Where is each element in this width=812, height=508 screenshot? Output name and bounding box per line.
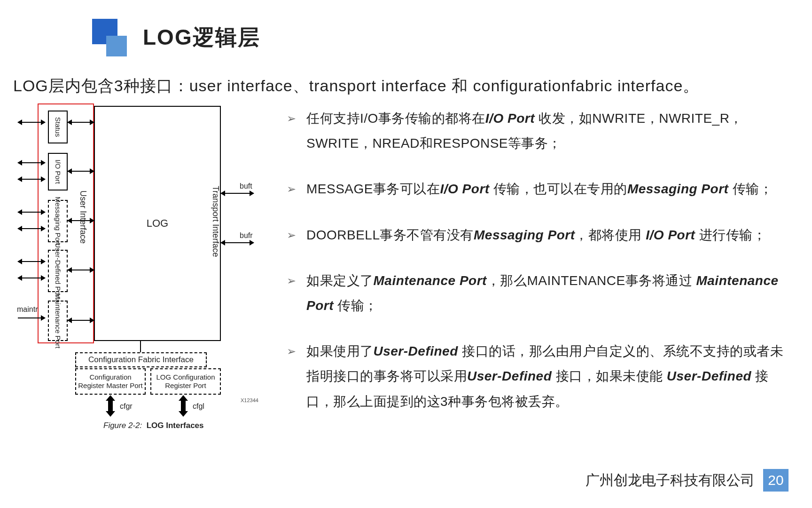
- log-block-label: LOG: [147, 217, 168, 230]
- user-defined-port: User-Defined Port: [48, 250, 68, 292]
- bufr-label: bufr: [240, 231, 253, 240]
- maintenance-port: Maintenance Port: [48, 301, 68, 341]
- transport-interface-label: Transport Interface: [211, 186, 220, 257]
- status-port: Status: [48, 111, 68, 143]
- arrow-icon: [18, 318, 45, 318]
- arrow-icon: [68, 171, 94, 172]
- figure-caption: Figure 2-2: LOG Interfaces: [103, 421, 204, 430]
- maintr-label: maintr: [17, 305, 38, 314]
- cfgr-label: cfgr: [120, 402, 133, 411]
- log-interfaces-diagram: LOG User Interface Transport Interface S…: [14, 106, 258, 402]
- footer: 广州创龙电子科技有限公司 20: [586, 469, 789, 492]
- arrow-icon: [68, 270, 94, 270]
- arrow-icon: [179, 395, 188, 417]
- page-number-badge: 20: [763, 469, 789, 492]
- list-item: 任何支持I/O事务传输的都将在I/O Port 收发，如NWRITE，NWRIT…: [287, 106, 794, 156]
- config-fabric-label: Configuration Fabric Interface: [75, 352, 207, 367]
- arrow-icon: [106, 395, 115, 417]
- log-block: LOG: [94, 106, 221, 341]
- arrow-icon: [221, 242, 254, 243]
- cfgl-label: cfgl: [193, 402, 204, 411]
- arrow-icon: [18, 278, 45, 278]
- io-port: I/O Port: [48, 153, 68, 190]
- arrow-icon: [18, 261, 45, 262]
- logo-icon: [89, 19, 129, 56]
- arrow-icon: [18, 212, 45, 213]
- xref-label: X12344: [241, 397, 258, 403]
- list-item: 如果使用了User-Defined 接口的话，那么由用户自定义的、系统不支持的或…: [287, 339, 794, 414]
- log-config-port: LOG Configuration Register Port: [150, 368, 221, 395]
- arrow-icon: [68, 122, 94, 123]
- header: LOG逻辑层: [89, 19, 260, 56]
- page-title: LOG逻辑层: [143, 23, 260, 52]
- arrow-icon: [221, 193, 254, 194]
- intro-text: LOG层内包含3种接口：user interface、transport int…: [13, 75, 699, 97]
- list-item: 如果定义了Maintenance Port，那么MAINTENANCE事务将通过…: [287, 268, 794, 318]
- arrow-icon: [68, 320, 94, 321]
- arrow-icon: [18, 122, 45, 123]
- messaging-port: Messaging Port: [48, 200, 68, 242]
- user-interface-label: User Interface: [78, 190, 88, 244]
- connector: [140, 341, 141, 352]
- arrow-icon: [18, 162, 45, 163]
- list-item: DOORBELL事务不管有没有Messaging Port，都将使用 I/O P…: [287, 222, 794, 247]
- buft-label: buft: [240, 182, 252, 190]
- company-name: 广州创龙电子科技有限公司: [586, 471, 755, 490]
- arrow-icon: [18, 228, 45, 229]
- arrow-icon: [18, 179, 45, 180]
- list-item: MESSAGE事务可以在I/O Port 传输，也可以在专用的Messaging…: [287, 176, 794, 201]
- config-master-port: Configuration Register Master Port: [75, 368, 146, 395]
- arrow-icon: [68, 220, 94, 221]
- bullet-list: 任何支持I/O事务传输的都将在I/O Port 收发，如NWRITE，NWRIT…: [287, 106, 794, 435]
